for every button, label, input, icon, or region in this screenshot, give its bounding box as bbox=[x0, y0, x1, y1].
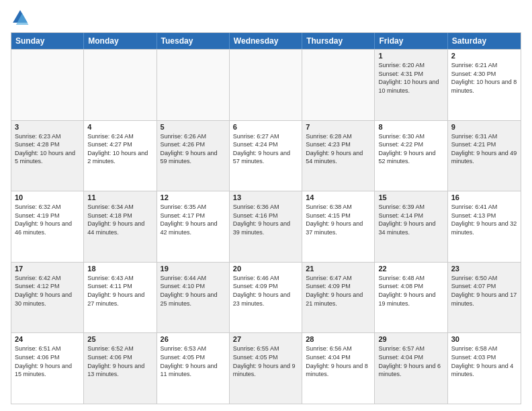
day-cell-14: 14Sunrise: 6:38 AM Sunset: 4:15 PM Dayli… bbox=[302, 191, 375, 262]
day-cell-21: 21Sunrise: 6:47 AM Sunset: 4:09 PM Dayli… bbox=[302, 263, 375, 333]
day-info: Sunrise: 6:28 AM Sunset: 4:23 PM Dayligh… bbox=[306, 132, 371, 166]
day-cell-7: 7Sunrise: 6:28 AM Sunset: 4:23 PM Daylig… bbox=[302, 121, 375, 191]
day-number: 20 bbox=[233, 265, 298, 273]
day-info: Sunrise: 6:23 AM Sunset: 4:28 PM Dayligh… bbox=[15, 132, 80, 166]
day-cell-6: 6Sunrise: 6:27 AM Sunset: 4:24 PM Daylig… bbox=[230, 121, 302, 191]
day-cell-12: 12Sunrise: 6:35 AM Sunset: 4:17 PM Dayli… bbox=[157, 191, 230, 262]
header bbox=[11, 8, 521, 27]
day-cell-20: 20Sunrise: 6:46 AM Sunset: 4:09 PM Dayli… bbox=[230, 263, 302, 333]
weekday-header-saturday: Saturday bbox=[448, 33, 521, 49]
calendar-row-0: 1Sunrise: 6:20 AM Sunset: 4:31 PM Daylig… bbox=[11, 49, 521, 120]
day-cell-26: 26Sunrise: 6:53 AM Sunset: 4:05 PM Dayli… bbox=[157, 333, 230, 404]
day-number: 5 bbox=[161, 123, 226, 131]
day-number: 15 bbox=[378, 193, 443, 201]
day-cell-24: 24Sunrise: 6:51 AM Sunset: 4:06 PM Dayli… bbox=[11, 333, 84, 404]
empty-cell-0-4 bbox=[302, 50, 375, 120]
weekday-header-thursday: Thursday bbox=[302, 33, 375, 49]
day-number: 12 bbox=[161, 193, 226, 201]
day-number: 10 bbox=[15, 193, 80, 201]
day-cell-2: 2Sunrise: 6:21 AM Sunset: 4:30 PM Daylig… bbox=[448, 50, 521, 120]
day-info: Sunrise: 6:43 AM Sunset: 4:11 PM Dayligh… bbox=[87, 274, 152, 308]
day-cell-8: 8Sunrise: 6:30 AM Sunset: 4:22 PM Daylig… bbox=[375, 121, 447, 191]
day-number: 28 bbox=[306, 335, 371, 343]
day-number: 24 bbox=[15, 335, 80, 343]
weekday-header-friday: Friday bbox=[375, 33, 447, 49]
day-number: 26 bbox=[161, 335, 226, 343]
day-cell-5: 5Sunrise: 6:26 AM Sunset: 4:26 PM Daylig… bbox=[157, 121, 230, 191]
day-number: 9 bbox=[451, 123, 517, 131]
day-info: Sunrise: 6:26 AM Sunset: 4:26 PM Dayligh… bbox=[161, 132, 226, 166]
weekday-header-wednesday: Wednesday bbox=[230, 33, 302, 49]
weekday-header-tuesday: Tuesday bbox=[157, 33, 230, 49]
day-info: Sunrise: 6:32 AM Sunset: 4:19 PM Dayligh… bbox=[15, 203, 80, 236]
day-info: Sunrise: 6:58 AM Sunset: 4:03 PM Dayligh… bbox=[451, 345, 517, 378]
day-cell-4: 4Sunrise: 6:24 AM Sunset: 4:27 PM Daylig… bbox=[84, 121, 157, 191]
day-info: Sunrise: 6:27 AM Sunset: 4:24 PM Dayligh… bbox=[233, 132, 298, 166]
empty-cell-0-3 bbox=[230, 50, 302, 120]
calendar-row-1: 3Sunrise: 6:23 AM Sunset: 4:28 PM Daylig… bbox=[11, 120, 521, 191]
day-info: Sunrise: 6:34 AM Sunset: 4:18 PM Dayligh… bbox=[87, 203, 152, 236]
day-info: Sunrise: 6:35 AM Sunset: 4:17 PM Dayligh… bbox=[161, 203, 226, 236]
day-number: 29 bbox=[378, 335, 443, 343]
day-info: Sunrise: 6:55 AM Sunset: 4:05 PM Dayligh… bbox=[233, 345, 298, 378]
day-info: Sunrise: 6:42 AM Sunset: 4:12 PM Dayligh… bbox=[15, 274, 80, 308]
empty-cell-0-1 bbox=[84, 50, 157, 120]
day-number: 11 bbox=[87, 193, 152, 201]
day-number: 30 bbox=[451, 335, 517, 343]
day-cell-13: 13Sunrise: 6:36 AM Sunset: 4:16 PM Dayli… bbox=[230, 191, 302, 262]
day-info: Sunrise: 6:50 AM Sunset: 4:07 PM Dayligh… bbox=[451, 274, 517, 308]
day-cell-9: 9Sunrise: 6:31 AM Sunset: 4:21 PM Daylig… bbox=[448, 121, 521, 191]
day-number: 7 bbox=[306, 123, 371, 131]
day-cell-15: 15Sunrise: 6:39 AM Sunset: 4:14 PM Dayli… bbox=[375, 191, 447, 262]
calendar-header: SundayMondayTuesdayWednesdayThursdayFrid… bbox=[11, 33, 521, 49]
day-cell-25: 25Sunrise: 6:52 AM Sunset: 4:06 PM Dayli… bbox=[84, 333, 157, 404]
day-number: 27 bbox=[233, 335, 298, 343]
day-cell-10: 10Sunrise: 6:32 AM Sunset: 4:19 PM Dayli… bbox=[11, 191, 84, 262]
day-cell-11: 11Sunrise: 6:34 AM Sunset: 4:18 PM Dayli… bbox=[84, 191, 157, 262]
day-cell-27: 27Sunrise: 6:55 AM Sunset: 4:05 PM Dayli… bbox=[230, 333, 302, 404]
day-info: Sunrise: 6:30 AM Sunset: 4:22 PM Dayligh… bbox=[378, 132, 443, 166]
day-info: Sunrise: 6:41 AM Sunset: 4:13 PM Dayligh… bbox=[451, 203, 517, 236]
day-number: 17 bbox=[15, 265, 80, 273]
calendar-body: 1Sunrise: 6:20 AM Sunset: 4:31 PM Daylig… bbox=[11, 49, 521, 404]
day-cell-3: 3Sunrise: 6:23 AM Sunset: 4:28 PM Daylig… bbox=[11, 121, 84, 191]
day-number: 23 bbox=[451, 265, 517, 273]
day-cell-28: 28Sunrise: 6:56 AM Sunset: 4:04 PM Dayli… bbox=[302, 333, 375, 404]
day-info: Sunrise: 6:36 AM Sunset: 4:16 PM Dayligh… bbox=[233, 203, 298, 236]
day-info: Sunrise: 6:56 AM Sunset: 4:04 PM Dayligh… bbox=[306, 345, 371, 378]
day-info: Sunrise: 6:46 AM Sunset: 4:09 PM Dayligh… bbox=[233, 274, 298, 308]
day-number: 4 bbox=[87, 123, 152, 131]
day-info: Sunrise: 6:47 AM Sunset: 4:09 PM Dayligh… bbox=[306, 274, 371, 308]
calendar-row-2: 10Sunrise: 6:32 AM Sunset: 4:19 PM Dayli… bbox=[11, 191, 521, 262]
day-info: Sunrise: 6:39 AM Sunset: 4:14 PM Dayligh… bbox=[378, 203, 443, 236]
day-number: 19 bbox=[161, 265, 226, 273]
day-cell-16: 16Sunrise: 6:41 AM Sunset: 4:13 PM Dayli… bbox=[448, 191, 521, 262]
day-cell-29: 29Sunrise: 6:57 AM Sunset: 4:04 PM Dayli… bbox=[375, 333, 447, 404]
calendar-row-3: 17Sunrise: 6:42 AM Sunset: 4:12 PM Dayli… bbox=[11, 262, 521, 333]
day-cell-18: 18Sunrise: 6:43 AM Sunset: 4:11 PM Dayli… bbox=[84, 263, 157, 333]
day-number: 2 bbox=[451, 52, 517, 60]
day-info: Sunrise: 6:44 AM Sunset: 4:10 PM Dayligh… bbox=[161, 274, 226, 308]
day-cell-22: 22Sunrise: 6:48 AM Sunset: 4:08 PM Dayli… bbox=[375, 263, 447, 333]
day-number: 18 bbox=[87, 265, 152, 273]
day-info: Sunrise: 6:21 AM Sunset: 4:30 PM Dayligh… bbox=[451, 61, 517, 95]
logo bbox=[11, 8, 32, 27]
page: SundayMondayTuesdayWednesdayThursdayFrid… bbox=[0, 0, 532, 411]
day-number: 22 bbox=[378, 265, 443, 273]
weekday-header-sunday: Sunday bbox=[11, 33, 84, 49]
weekday-header-monday: Monday bbox=[84, 33, 157, 49]
day-info: Sunrise: 6:20 AM Sunset: 4:31 PM Dayligh… bbox=[378, 61, 443, 95]
logo-icon bbox=[11, 8, 30, 27]
empty-cell-0-2 bbox=[157, 50, 230, 120]
day-info: Sunrise: 6:51 AM Sunset: 4:06 PM Dayligh… bbox=[15, 345, 80, 378]
day-cell-19: 19Sunrise: 6:44 AM Sunset: 4:10 PM Dayli… bbox=[157, 263, 230, 333]
day-number: 16 bbox=[451, 193, 517, 201]
day-info: Sunrise: 6:31 AM Sunset: 4:21 PM Dayligh… bbox=[451, 132, 517, 166]
day-number: 13 bbox=[233, 193, 298, 201]
day-cell-17: 17Sunrise: 6:42 AM Sunset: 4:12 PM Dayli… bbox=[11, 263, 84, 333]
day-info: Sunrise: 6:53 AM Sunset: 4:05 PM Dayligh… bbox=[161, 345, 226, 378]
day-cell-23: 23Sunrise: 6:50 AM Sunset: 4:07 PM Dayli… bbox=[448, 263, 521, 333]
day-number: 6 bbox=[233, 123, 298, 131]
empty-cell-0-0 bbox=[11, 50, 84, 120]
day-info: Sunrise: 6:38 AM Sunset: 4:15 PM Dayligh… bbox=[306, 203, 371, 236]
